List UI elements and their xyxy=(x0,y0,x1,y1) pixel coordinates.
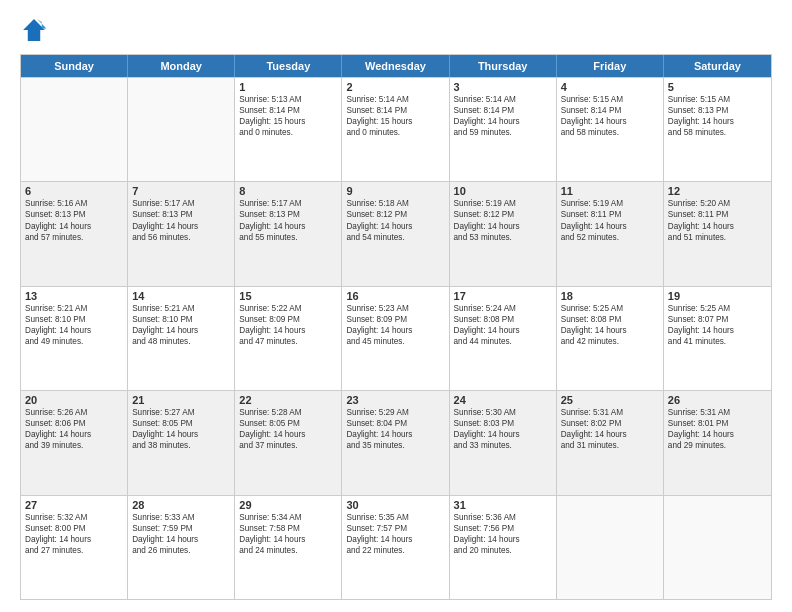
calendar-cell xyxy=(557,496,664,599)
cell-line: Sunrise: 5:23 AM xyxy=(346,303,444,314)
cell-line: Daylight: 14 hours xyxy=(239,325,337,336)
day-number: 28 xyxy=(132,499,230,511)
cell-line: Sunset: 7:57 PM xyxy=(346,523,444,534)
cell-line: and 24 minutes. xyxy=(239,545,337,556)
calendar-cell: 29Sunrise: 5:34 AMSunset: 7:58 PMDayligh… xyxy=(235,496,342,599)
calendar-cell: 10Sunrise: 5:19 AMSunset: 8:12 PMDayligh… xyxy=(450,182,557,285)
cell-line: and 59 minutes. xyxy=(454,127,552,138)
calendar-cell: 5Sunrise: 5:15 AMSunset: 8:13 PMDaylight… xyxy=(664,78,771,181)
day-number: 15 xyxy=(239,290,337,302)
day-number: 30 xyxy=(346,499,444,511)
cell-line: Sunset: 8:13 PM xyxy=(668,105,767,116)
cell-line: Sunset: 8:05 PM xyxy=(239,418,337,429)
cell-line: Daylight: 14 hours xyxy=(239,221,337,232)
cell-line: Sunrise: 5:28 AM xyxy=(239,407,337,418)
cell-line: and 45 minutes. xyxy=(346,336,444,347)
cell-line: Sunrise: 5:31 AM xyxy=(668,407,767,418)
cell-line: Sunset: 8:10 PM xyxy=(25,314,123,325)
cell-line: and 0 minutes. xyxy=(346,127,444,138)
calendar-cell: 24Sunrise: 5:30 AMSunset: 8:03 PMDayligh… xyxy=(450,391,557,494)
calendar-cell: 22Sunrise: 5:28 AMSunset: 8:05 PMDayligh… xyxy=(235,391,342,494)
calendar-header-cell: Friday xyxy=(557,55,664,77)
cell-line: Sunrise: 5:25 AM xyxy=(668,303,767,314)
cell-line: Sunrise: 5:36 AM xyxy=(454,512,552,523)
cell-line: Daylight: 14 hours xyxy=(25,221,123,232)
calendar-cell: 25Sunrise: 5:31 AMSunset: 8:02 PMDayligh… xyxy=(557,391,664,494)
cell-line: Daylight: 14 hours xyxy=(561,325,659,336)
cell-line: and 51 minutes. xyxy=(668,232,767,243)
calendar-cell xyxy=(128,78,235,181)
cell-line: Sunset: 8:12 PM xyxy=(454,209,552,220)
cell-line: Sunset: 7:58 PM xyxy=(239,523,337,534)
cell-line: Daylight: 14 hours xyxy=(668,429,767,440)
day-number: 20 xyxy=(25,394,123,406)
cell-line: Sunset: 8:06 PM xyxy=(25,418,123,429)
cell-line: and 27 minutes. xyxy=(25,545,123,556)
cell-line: Sunset: 8:09 PM xyxy=(239,314,337,325)
cell-line: Sunset: 8:03 PM xyxy=(454,418,552,429)
calendar-header-cell: Saturday xyxy=(664,55,771,77)
day-number: 22 xyxy=(239,394,337,406)
cell-line: Sunrise: 5:18 AM xyxy=(346,198,444,209)
cell-line: Daylight: 14 hours xyxy=(454,429,552,440)
calendar-cell: 17Sunrise: 5:24 AMSunset: 8:08 PMDayligh… xyxy=(450,287,557,390)
day-number: 24 xyxy=(454,394,552,406)
cell-line: Sunset: 8:12 PM xyxy=(346,209,444,220)
calendar-cell: 15Sunrise: 5:22 AMSunset: 8:09 PMDayligh… xyxy=(235,287,342,390)
day-number: 18 xyxy=(561,290,659,302)
calendar-header-row: SundayMondayTuesdayWednesdayThursdayFrid… xyxy=(21,55,771,77)
cell-line: Sunset: 8:13 PM xyxy=(132,209,230,220)
cell-line: and 33 minutes. xyxy=(454,440,552,451)
calendar-cell: 13Sunrise: 5:21 AMSunset: 8:10 PMDayligh… xyxy=(21,287,128,390)
day-number: 11 xyxy=(561,185,659,197)
cell-line: and 41 minutes. xyxy=(668,336,767,347)
day-number: 1 xyxy=(239,81,337,93)
cell-line: Sunrise: 5:34 AM xyxy=(239,512,337,523)
logo-icon xyxy=(20,16,48,44)
cell-line: and 55 minutes. xyxy=(239,232,337,243)
cell-line: Daylight: 14 hours xyxy=(561,429,659,440)
cell-line: and 54 minutes. xyxy=(346,232,444,243)
day-number: 6 xyxy=(25,185,123,197)
cell-line: and 53 minutes. xyxy=(454,232,552,243)
cell-line: Sunrise: 5:24 AM xyxy=(454,303,552,314)
cell-line: Daylight: 14 hours xyxy=(25,429,123,440)
calendar-cell: 7Sunrise: 5:17 AMSunset: 8:13 PMDaylight… xyxy=(128,182,235,285)
calendar-cell: 4Sunrise: 5:15 AMSunset: 8:14 PMDaylight… xyxy=(557,78,664,181)
cell-line: Sunset: 8:14 PM xyxy=(561,105,659,116)
cell-line: Sunset: 8:00 PM xyxy=(25,523,123,534)
day-number: 10 xyxy=(454,185,552,197)
calendar-week: 1Sunrise: 5:13 AMSunset: 8:14 PMDaylight… xyxy=(21,77,771,181)
cell-line: Daylight: 14 hours xyxy=(132,534,230,545)
cell-line: Sunrise: 5:27 AM xyxy=(132,407,230,418)
calendar-week: 13Sunrise: 5:21 AMSunset: 8:10 PMDayligh… xyxy=(21,286,771,390)
cell-line: Sunset: 7:56 PM xyxy=(454,523,552,534)
cell-line: Daylight: 14 hours xyxy=(239,534,337,545)
page: SundayMondayTuesdayWednesdayThursdayFrid… xyxy=(0,0,792,612)
calendar-cell: 20Sunrise: 5:26 AMSunset: 8:06 PMDayligh… xyxy=(21,391,128,494)
cell-line: Sunrise: 5:13 AM xyxy=(239,94,337,105)
cell-line: Daylight: 15 hours xyxy=(346,116,444,127)
cell-line: Sunrise: 5:20 AM xyxy=(668,198,767,209)
cell-line: Daylight: 14 hours xyxy=(25,325,123,336)
cell-line: Daylight: 14 hours xyxy=(454,534,552,545)
calendar-week: 6Sunrise: 5:16 AMSunset: 8:13 PMDaylight… xyxy=(21,181,771,285)
day-number: 2 xyxy=(346,81,444,93)
day-number: 13 xyxy=(25,290,123,302)
calendar-cell: 31Sunrise: 5:36 AMSunset: 7:56 PMDayligh… xyxy=(450,496,557,599)
day-number: 5 xyxy=(668,81,767,93)
cell-line: Sunrise: 5:31 AM xyxy=(561,407,659,418)
day-number: 31 xyxy=(454,499,552,511)
calendar-cell: 19Sunrise: 5:25 AMSunset: 8:07 PMDayligh… xyxy=(664,287,771,390)
cell-line: and 22 minutes. xyxy=(346,545,444,556)
cell-line: Sunset: 8:04 PM xyxy=(346,418,444,429)
cell-line: Daylight: 14 hours xyxy=(346,221,444,232)
cell-line: and 38 minutes. xyxy=(132,440,230,451)
cell-line: and 35 minutes. xyxy=(346,440,444,451)
cell-line: Sunrise: 5:21 AM xyxy=(132,303,230,314)
cell-line: Sunrise: 5:15 AM xyxy=(561,94,659,105)
calendar-week: 20Sunrise: 5:26 AMSunset: 8:06 PMDayligh… xyxy=(21,390,771,494)
cell-line: Sunrise: 5:26 AM xyxy=(25,407,123,418)
cell-line: and 0 minutes. xyxy=(239,127,337,138)
cell-line: Sunset: 8:01 PM xyxy=(668,418,767,429)
